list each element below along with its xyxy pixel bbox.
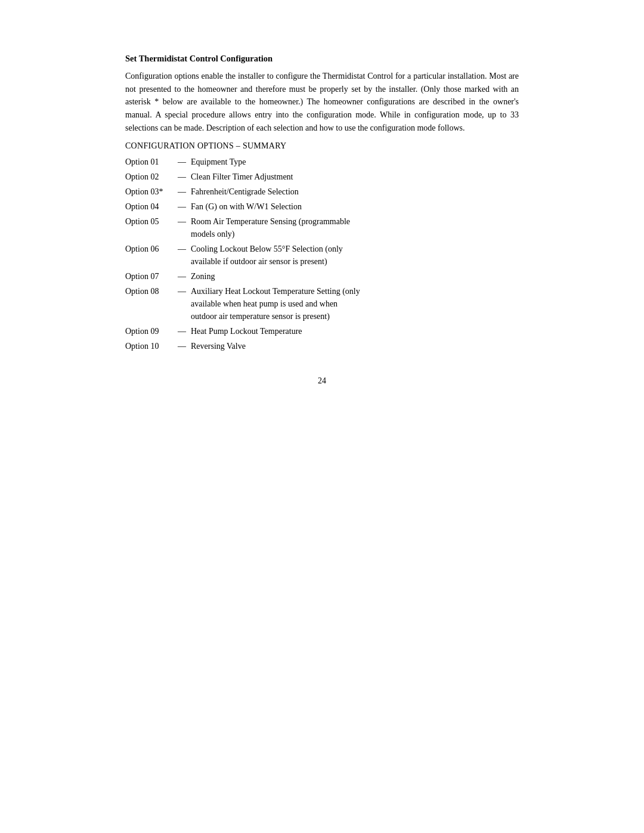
option-number: Option 10 bbox=[125, 340, 173, 352]
option-dash: — bbox=[173, 171, 191, 183]
list-item: Option 03*—Fahrenheit/Centigrade Selecti… bbox=[125, 185, 519, 198]
option-description: Fan (G) on with W/W1 Selection bbox=[191, 200, 519, 213]
option-number: Option 07 bbox=[125, 270, 173, 283]
option-description: Zoning bbox=[191, 270, 519, 283]
option-number: Option 09 bbox=[125, 325, 173, 337]
option-number: Option 03* bbox=[125, 185, 173, 198]
option-number: Option 02 bbox=[125, 171, 173, 183]
option-continuation: outdoor air temperature sensor is presen… bbox=[191, 310, 519, 323]
option-description: Fahrenheit/Centigrade Selection bbox=[191, 185, 519, 198]
list-item: Option 07—Zoning bbox=[125, 270, 519, 283]
option-description: Heat Pump Lockout Temperature bbox=[191, 325, 519, 337]
option-dash: — bbox=[173, 243, 191, 255]
option-continuation: models only) bbox=[191, 228, 519, 240]
option-number: Option 05 bbox=[125, 215, 173, 228]
option-description: Room Air Temperature Sensing (programmab… bbox=[191, 215, 519, 240]
option-dash: — bbox=[173, 340, 191, 352]
list-item: Option 09—Heat Pump Lockout Temperature bbox=[125, 325, 519, 337]
option-dash: — bbox=[173, 185, 191, 198]
list-item: Option 06—Cooling Lockout Below 55°F Sel… bbox=[125, 243, 519, 268]
option-dash: — bbox=[173, 285, 191, 298]
section-header: CONFIGURATION OPTIONS – SUMMARY bbox=[125, 141, 519, 151]
list-item: Option 01—Equipment Type bbox=[125, 156, 519, 168]
list-item: Option 08—Auxiliary Heat Lockout Tempera… bbox=[125, 285, 519, 323]
options-list: Option 01—Equipment TypeOption 02—Clean … bbox=[125, 156, 519, 352]
list-item: Option 10—Reversing Valve bbox=[125, 340, 519, 352]
option-dash: — bbox=[173, 156, 191, 168]
option-dash: — bbox=[173, 270, 191, 283]
option-number: Option 01 bbox=[125, 156, 173, 168]
option-description: Clean Filter Timer Adjustment bbox=[191, 171, 519, 183]
option-number: Option 08 bbox=[125, 285, 173, 298]
option-continuation: available when heat pump is used and whe… bbox=[191, 298, 519, 310]
option-description: Auxiliary Heat Lockout Temperature Setti… bbox=[191, 285, 519, 323]
option-description: Cooling Lockout Below 55°F Selection (on… bbox=[191, 243, 519, 268]
option-dash: — bbox=[173, 325, 191, 337]
page-title: Set Thermidistat Control Configuration bbox=[125, 54, 519, 64]
option-number: Option 04 bbox=[125, 200, 173, 213]
page-number: 24 bbox=[125, 376, 519, 386]
list-item: Option 04—Fan (G) on with W/W1 Selection bbox=[125, 200, 519, 213]
list-item: Option 05—Room Air Temperature Sensing (… bbox=[125, 215, 519, 240]
option-description: Reversing Valve bbox=[191, 340, 519, 352]
list-item: Option 02—Clean Filter Timer Adjustment bbox=[125, 171, 519, 183]
option-dash: — bbox=[173, 215, 191, 228]
option-description: Equipment Type bbox=[191, 156, 519, 168]
option-dash: — bbox=[173, 200, 191, 213]
option-number: Option 06 bbox=[125, 243, 173, 255]
intro-paragraph: Configuration options enable the install… bbox=[125, 70, 519, 134]
option-continuation: available if outdoor air sensor is prese… bbox=[191, 255, 519, 268]
page-container: Set Thermidistat Control Configuration C… bbox=[89, 18, 555, 422]
